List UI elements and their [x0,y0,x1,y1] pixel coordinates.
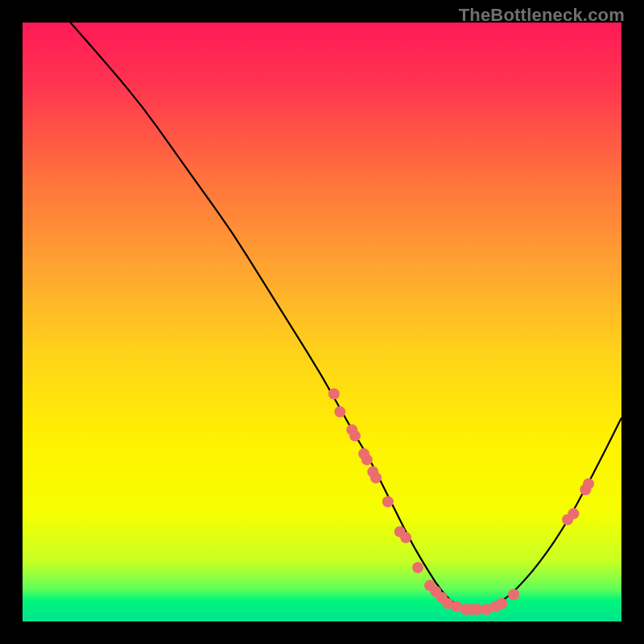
bottleneck-curve [71,23,621,609]
curve-marker [496,598,507,609]
curve-markers [328,388,594,615]
curve-marker [370,472,382,483]
curve-marker [400,532,411,543]
attribution-text: TheBottleneck.com [459,5,625,26]
curve-marker [349,430,361,441]
curve-layer [23,23,621,621]
curve-marker [328,388,340,399]
curve-marker [508,589,519,601]
chart-container: { "attribution": "TheBottleneck.com", "c… [0,0,644,644]
curve-marker [583,478,594,489]
curve-marker [412,562,423,573]
curve-marker [568,508,579,519]
plot-area [23,23,621,621]
curve-marker [382,496,394,507]
curve-marker [361,454,373,465]
curve-marker [334,407,345,418]
